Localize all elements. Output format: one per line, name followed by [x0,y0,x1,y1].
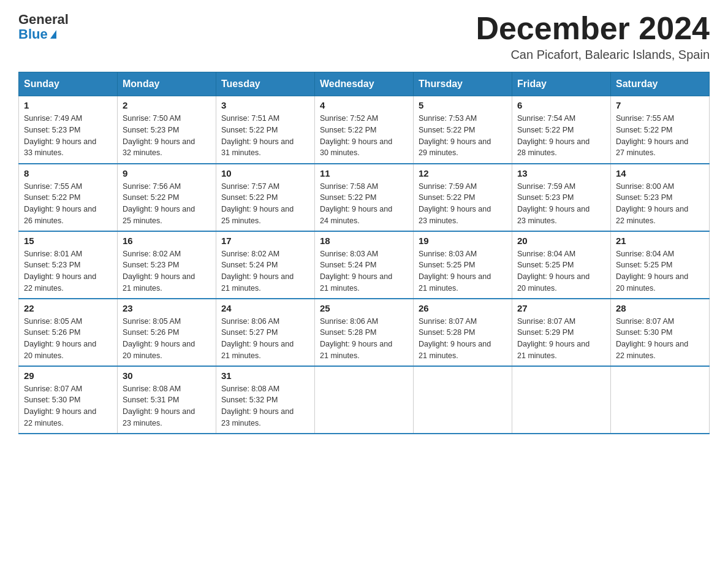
day-info: Sunrise: 7:51 AMSunset: 5:22 PMDaylight:… [221,113,309,159]
day-info: Sunrise: 8:04 AMSunset: 5:25 PMDaylight:… [517,248,605,294]
logo-general-text: General [18,12,69,27]
page-header: General Blue December 2024 Can Picafort,… [18,12,710,62]
day-number: 4 [320,100,408,110]
day-info: Sunrise: 7:55 AMSunset: 5:22 PMDaylight:… [24,181,112,227]
calendar-cell: 28 Sunrise: 8:07 AMSunset: 5:30 PMDaylig… [611,299,710,366]
calendar-cell: 19 Sunrise: 8:03 AMSunset: 5:25 PMDaylig… [414,231,512,299]
day-info: Sunrise: 7:50 AMSunset: 5:23 PMDaylight:… [123,113,211,159]
logo-triangle-icon [50,30,56,39]
day-number: 20 [517,236,605,246]
day-info: Sunrise: 8:05 AMSunset: 5:26 PMDaylight:… [24,316,112,362]
day-number: 17 [221,236,309,246]
weekday-header-monday: Monday [118,72,216,96]
calendar-cell: 21 Sunrise: 8:04 AMSunset: 5:25 PMDaylig… [611,231,710,299]
calendar-cell: 9 Sunrise: 7:56 AMSunset: 5:22 PMDayligh… [118,164,216,231]
calendar-cell: 12 Sunrise: 7:59 AMSunset: 5:22 PMDaylig… [414,164,512,231]
calendar-cell: 18 Sunrise: 8:03 AMSunset: 5:24 PMDaylig… [315,231,414,299]
calendar-cell: 4 Sunrise: 7:52 AMSunset: 5:22 PMDayligh… [315,96,414,164]
calendar-cell: 6 Sunrise: 7:54 AMSunset: 5:22 PMDayligh… [512,96,611,164]
title-block: December 2024 Can Picafort, Balearic Isl… [476,12,710,62]
day-number: 5 [419,100,507,110]
day-info: Sunrise: 8:00 AMSunset: 5:23 PMDaylight:… [616,181,704,227]
day-info: Sunrise: 7:52 AMSunset: 5:22 PMDaylight:… [320,113,408,159]
calendar-week-row: 8 Sunrise: 7:55 AMSunset: 5:22 PMDayligh… [19,164,710,231]
day-info: Sunrise: 8:04 AMSunset: 5:25 PMDaylight:… [616,248,704,294]
calendar-cell: 16 Sunrise: 8:02 AMSunset: 5:23 PMDaylig… [118,231,216,299]
calendar-cell: 14 Sunrise: 8:00 AMSunset: 5:23 PMDaylig… [611,164,710,231]
calendar-week-row: 1 Sunrise: 7:49 AMSunset: 5:23 PMDayligh… [19,96,710,164]
day-info: Sunrise: 8:08 AMSunset: 5:31 PMDaylight:… [123,383,211,429]
day-number: 3 [221,100,309,110]
day-number: 30 [123,370,211,381]
calendar-cell: 17 Sunrise: 8:02 AMSunset: 5:24 PMDaylig… [216,231,315,299]
weekday-header-tuesday: Tuesday [216,72,315,96]
calendar-cell: 31 Sunrise: 8:08 AMSunset: 5:32 PMDaylig… [216,366,315,434]
month-title: December 2024 [476,12,710,44]
weekday-header-saturday: Saturday [611,72,710,96]
day-number: 2 [123,100,211,110]
day-info: Sunrise: 7:55 AMSunset: 5:22 PMDaylight:… [616,113,704,159]
logo: General Blue [18,12,69,42]
location-text: Can Picafort, Balearic Islands, Spain [476,48,710,62]
weekday-header-thursday: Thursday [414,72,512,96]
calendar-cell [315,366,414,434]
day-number: 10 [221,168,309,178]
day-info: Sunrise: 7:53 AMSunset: 5:22 PMDaylight:… [419,113,507,159]
calendar-cell [512,366,611,434]
day-number: 23 [123,303,211,313]
calendar-cell: 23 Sunrise: 8:05 AMSunset: 5:26 PMDaylig… [118,299,216,366]
day-info: Sunrise: 7:49 AMSunset: 5:23 PMDaylight:… [24,113,112,159]
day-number: 19 [419,236,507,246]
weekday-header-friday: Friday [512,72,611,96]
day-number: 18 [320,236,408,246]
day-info: Sunrise: 8:07 AMSunset: 5:28 PMDaylight:… [419,316,507,362]
day-number: 26 [419,303,507,313]
day-info: Sunrise: 8:05 AMSunset: 5:26 PMDaylight:… [123,316,211,362]
calendar-week-row: 15 Sunrise: 8:01 AMSunset: 5:23 PMDaylig… [19,231,710,299]
calendar-cell: 3 Sunrise: 7:51 AMSunset: 5:22 PMDayligh… [216,96,315,164]
calendar-cell: 20 Sunrise: 8:04 AMSunset: 5:25 PMDaylig… [512,231,611,299]
day-info: Sunrise: 8:06 AMSunset: 5:28 PMDaylight:… [320,316,408,362]
day-number: 28 [616,303,704,313]
day-info: Sunrise: 8:03 AMSunset: 5:24 PMDaylight:… [320,248,408,294]
day-number: 7 [616,100,704,110]
day-number: 15 [24,236,112,246]
weekday-header-wednesday: Wednesday [315,72,414,96]
day-info: Sunrise: 8:06 AMSunset: 5:27 PMDaylight:… [221,316,309,362]
day-number: 1 [24,100,112,110]
calendar-cell: 27 Sunrise: 8:07 AMSunset: 5:29 PMDaylig… [512,299,611,366]
weekday-header-row: SundayMondayTuesdayWednesdayThursdayFrid… [19,72,710,96]
calendar-cell: 29 Sunrise: 8:07 AMSunset: 5:30 PMDaylig… [19,366,118,434]
day-info: Sunrise: 8:07 AMSunset: 5:30 PMDaylight:… [24,383,112,429]
day-number: 12 [419,168,507,178]
day-number: 29 [24,370,112,381]
calendar-cell: 10 Sunrise: 7:57 AMSunset: 5:22 PMDaylig… [216,164,315,231]
calendar-cell [611,366,710,434]
day-info: Sunrise: 8:02 AMSunset: 5:23 PMDaylight:… [123,248,211,294]
day-info: Sunrise: 8:07 AMSunset: 5:29 PMDaylight:… [517,316,605,362]
day-info: Sunrise: 7:59 AMSunset: 5:22 PMDaylight:… [419,181,507,227]
calendar-cell: 25 Sunrise: 8:06 AMSunset: 5:28 PMDaylig… [315,299,414,366]
day-info: Sunrise: 8:07 AMSunset: 5:30 PMDaylight:… [616,316,704,362]
day-number: 22 [24,303,112,313]
calendar-cell: 26 Sunrise: 8:07 AMSunset: 5:28 PMDaylig… [414,299,512,366]
logo-blue-text: Blue [18,27,69,42]
day-info: Sunrise: 7:57 AMSunset: 5:22 PMDaylight:… [221,181,309,227]
day-number: 21 [616,236,704,246]
calendar-cell: 7 Sunrise: 7:55 AMSunset: 5:22 PMDayligh… [611,96,710,164]
day-info: Sunrise: 8:01 AMSunset: 5:23 PMDaylight:… [24,248,112,294]
day-info: Sunrise: 8:08 AMSunset: 5:32 PMDaylight:… [221,383,309,429]
day-number: 6 [517,100,605,110]
day-info: Sunrise: 7:54 AMSunset: 5:22 PMDaylight:… [517,113,605,159]
day-number: 11 [320,168,408,178]
weekday-header-sunday: Sunday [19,72,118,96]
day-info: Sunrise: 8:02 AMSunset: 5:24 PMDaylight:… [221,248,309,294]
calendar-cell: 13 Sunrise: 7:59 AMSunset: 5:23 PMDaylig… [512,164,611,231]
calendar-table: SundayMondayTuesdayWednesdayThursdayFrid… [18,72,710,434]
day-number: 27 [517,303,605,313]
day-number: 13 [517,168,605,178]
calendar-cell: 1 Sunrise: 7:49 AMSunset: 5:23 PMDayligh… [19,96,118,164]
calendar-cell: 8 Sunrise: 7:55 AMSunset: 5:22 PMDayligh… [19,164,118,231]
day-info: Sunrise: 8:03 AMSunset: 5:25 PMDaylight:… [419,248,507,294]
calendar-cell: 2 Sunrise: 7:50 AMSunset: 5:23 PMDayligh… [118,96,216,164]
